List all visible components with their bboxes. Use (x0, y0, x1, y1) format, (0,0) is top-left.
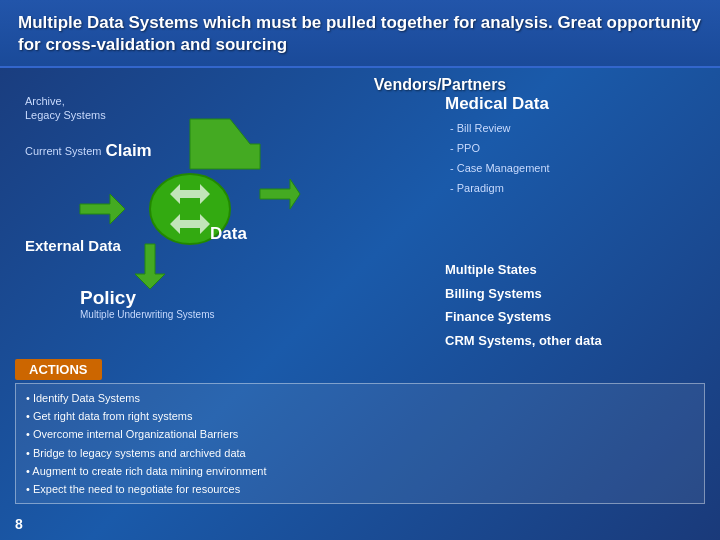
action-item-1: • Identify Data Systems (26, 389, 694, 407)
action-item-4: • Bridge to legacy systems and archived … (26, 444, 694, 462)
systems-list: Multiple States Billing Systems Finance … (445, 258, 640, 352)
action-item-6: • Expect the need to negotiate for resou… (26, 480, 694, 498)
medical-data-items: - Bill Review - PPO - Case Management - … (445, 119, 640, 198)
actions-section: ACTIONS • Identify Data Systems • Get ri… (15, 359, 705, 504)
slide-title: Multiple Data Systems which must be pull… (18, 12, 702, 56)
multiple-states: Multiple States (445, 258, 640, 281)
arrows-diagram (75, 114, 305, 314)
policy-section: Policy Multiple Underwriting Systems (80, 287, 215, 320)
action-item-3: • Overcome internal Organizational Barri… (26, 425, 694, 443)
crm-systems: CRM Systems, other data (445, 329, 640, 352)
slide-header: Multiple Data Systems which must be pull… (0, 0, 720, 68)
data-center-label: Data (210, 224, 247, 244)
external-data-label: External Data (25, 237, 121, 255)
page-number: 8 (15, 516, 23, 532)
billing-systems: Billing Systems (445, 282, 640, 305)
medical-data-title: Medical Data (445, 94, 640, 114)
finance-systems: Finance Systems (445, 305, 640, 328)
right-panel: Medical Data - Bill Review - PPO - Case … (445, 89, 640, 379)
action-item-5: • Augment to create rich data mining env… (26, 462, 694, 480)
actions-list: • Identify Data Systems • Get right data… (15, 383, 705, 504)
action-item-2: • Get right data from right systems (26, 407, 694, 425)
slide: Multiple Data Systems which must be pull… (0, 0, 720, 540)
